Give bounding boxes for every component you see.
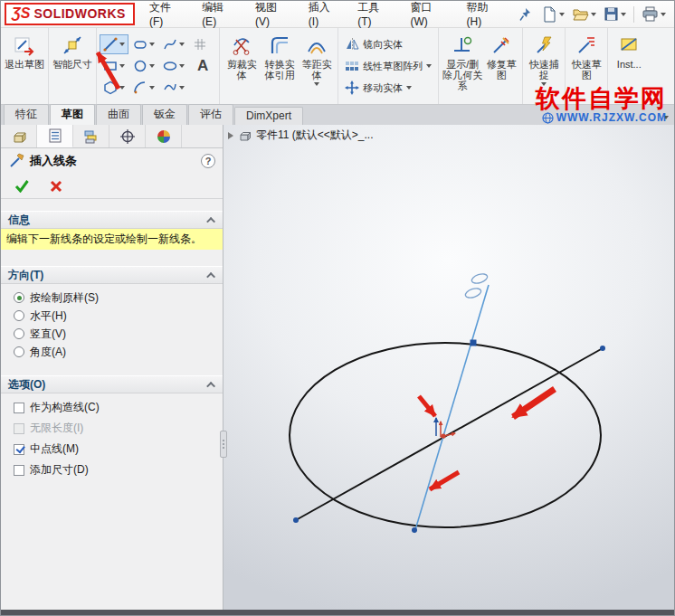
instant-tool-button[interactable]: Inst... [611,32,647,70]
collapse-chevron-icon[interactable] [206,271,215,280]
radio-vertical[interactable]: 竖直(V) [1,325,223,343]
ok-button[interactable] [12,177,32,195]
menu-tools[interactable]: 工具(T) [348,1,401,27]
new-document-button[interactable] [539,5,567,24]
offset-entities-caret[interactable] [314,82,319,86]
menu-edit[interactable]: 编辑(E) [193,1,246,27]
exit-sketch-button[interactable]: 退出草图 [4,32,45,70]
radio-angle[interactable]: 角度(A) [1,343,223,361]
radio-control [14,346,24,357]
cancel-button[interactable] [46,177,66,195]
text-tool-button[interactable]: A [189,54,216,78]
save-button[interactable] [601,5,629,24]
tab-sketch[interactable]: 草图 [50,104,95,125]
quick-snaps-button[interactable]: 快速捕捉 [526,32,562,86]
orientation-section-header[interactable]: 方向(T) [1,266,223,284]
collapse-chevron-icon[interactable] [206,216,215,225]
dimxpert-manager-tab[interactable] [109,125,146,147]
sketch-canvas[interactable] [223,125,674,610]
tab-overflow-caret[interactable] [663,116,669,119]
slot-tool-button[interactable] [129,34,158,54]
save-caret[interactable] [621,13,626,16]
print-caret[interactable] [661,13,666,16]
polygon-tool-caret[interactable] [119,86,125,90]
open-document-button[interactable] [569,5,599,24]
freeform-spline-tool-button[interactable] [159,78,188,98]
checkbox-infinite-length: 无限长度(I) [1,418,223,439]
expand-tree-icon[interactable] [228,132,233,139]
help-button[interactable]: ? [201,154,215,168]
rectangle-tool-button[interactable] [100,56,128,76]
tab-surfaces[interactable]: 曲面 [96,104,141,125]
repair-sketch-button[interactable]: 修复草图 [483,32,519,81]
new-document-caret[interactable] [559,13,565,16]
midpoint-marker[interactable] [441,433,445,438]
menu-file[interactable]: 文件(F) [140,1,193,27]
spline-tool-caret[interactable] [179,43,185,46]
message-section-header[interactable]: 信息 [1,211,223,229]
tab-features[interactable]: 特征 [4,104,49,125]
endpoint-dot-bottom[interactable] [412,527,417,533]
checkbox-midpoint-line[interactable]: 中点线(M) [1,439,223,460]
property-manager-tab[interactable] [37,125,73,147]
linear-sketch-pattern-button[interactable]: 线性草图阵列 [341,57,435,75]
endpoint-dot-right[interactable] [600,346,605,351]
menu-view[interactable]: 视图(V) [246,1,299,27]
ellipse-tool-icon [163,59,177,73]
options-section-header[interactable]: 选项(O) [1,375,223,393]
menu-help[interactable]: 帮助(H) [457,1,511,27]
tab-dimxpert[interactable]: DimXpert [234,107,303,125]
slot-tool-caret[interactable] [149,43,155,46]
display-manager-tab[interactable] [146,125,182,147]
radio-as-sketched[interactable]: 按绘制原样(S) [1,289,223,307]
sketch-grid-button[interactable] [189,34,211,54]
freeform-spline-caret[interactable] [179,86,185,90]
endpoint-dot-left[interactable] [293,517,299,523]
line-tool-button[interactable] [100,34,128,54]
ellipse-tool-button[interactable] [159,56,188,76]
checkbox-add-dimensions[interactable]: 添加尺寸(D) [1,460,223,480]
smart-dimension-button[interactable]: 智能尺寸 [52,32,93,70]
tab-sheet-metal[interactable]: 钣金 [142,104,187,125]
configuration-manager-tab[interactable] [73,125,109,147]
feature-manager-tab[interactable] [1,125,37,147]
rapid-sketch-button[interactable]: 快速草图 [568,32,604,81]
menu-window[interactable]: 窗口(W) [401,1,457,27]
move-entities-caret[interactable] [406,86,412,90]
polygon-tool-button[interactable] [100,78,128,98]
checkbox-for-construction[interactable]: 作为构造线(C) [1,397,223,418]
trim-entities-label: 剪裁实体 [223,59,261,81]
print-button[interactable] [639,5,669,24]
arc-tool-caret[interactable] [149,86,155,90]
rectangle-tool-caret[interactable] [119,64,125,68]
convert-entities-button[interactable]: 转换实体引用 [261,32,299,81]
trim-entities-button[interactable]: 剪裁实体 [223,32,261,81]
circle-tool-button[interactable] [129,56,158,76]
collapse-chevron-icon[interactable] [206,381,215,390]
quick-snaps-caret[interactable] [541,82,547,86]
open-document-caret[interactable] [591,13,596,16]
menu-insert[interactable]: 插入(I) [299,1,348,27]
pin-menu-icon[interactable] [518,7,532,22]
panel-splitter-handle[interactable] [220,431,227,458]
arc-tool-button[interactable] [129,78,158,98]
offset-entities-button[interactable]: 等距实体 [299,32,335,86]
graphics-viewport[interactable]: 零件11 (默认<<默认>_... [223,125,674,610]
radio-horizontal[interactable]: 水平(H) [1,307,223,325]
linear-pattern-caret[interactable] [426,64,432,68]
display-delete-relations-label: 显示/删除几何关系 [442,59,483,91]
radio-label: 角度(A) [30,345,66,360]
display-delete-relations-button[interactable]: 显示/删除几何关系 [442,32,483,91]
sketch-centerline-blue[interactable] [414,285,489,533]
feature-tree-breadcrumb[interactable]: 零件11 (默认<<默认>_... [228,128,374,143]
move-entities-button[interactable]: 移动实体 [341,79,435,97]
line-tool-caret[interactable] [119,43,125,46]
sketch-point-square[interactable] [471,340,477,346]
options-header-label: 选项(O) [8,377,45,393]
spline-tool-button[interactable] [159,34,188,54]
tab-evaluate[interactable]: 评估 [188,104,233,125]
mirror-entities-button[interactable]: 镜向实体 [341,35,435,53]
ellipse-tool-caret[interactable] [179,64,185,68]
offset-entities-label: 等距实体 [299,59,335,81]
circle-tool-caret[interactable] [149,64,155,68]
